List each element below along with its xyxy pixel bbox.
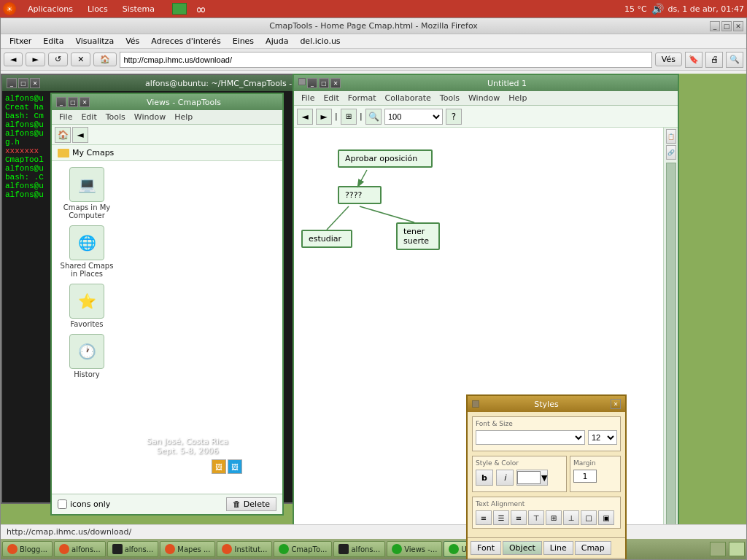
align-center-btn[interactable]: ☰ [493, 510, 509, 525]
cmap-side-btn1[interactable]: 📋 [666, 129, 676, 144]
views-toolbar: 🏠 ◄ [52, 125, 282, 145]
cmap-close-btn[interactable]: ✕ [330, 78, 341, 88]
cmap-view-btn[interactable]: ⊞ [341, 109, 357, 125]
mycomputer-icon: 💻 [69, 167, 104, 202]
sharedcmaps-icon: 🌐 [69, 225, 104, 260]
margin-value[interactable]: 1 [573, 470, 597, 483]
taskbar: Blogg... alfons... alfons... Mapes ... I… [1, 539, 746, 559]
views-close-btn[interactable]: ✕ [80, 97, 90, 107]
taskbar-btn-alfons1[interactable]: alfons... [54, 541, 106, 557]
ff-bookmark-btn[interactable]: 🔖 [685, 52, 703, 68]
taskbar-pager-2[interactable] [729, 542, 745, 556]
cmap-menu-help[interactable]: Help [504, 92, 531, 104]
taskbar-btn-institut[interactable]: Institut... [217, 541, 272, 557]
views-menu-edit[interactable]: Edit [77, 111, 101, 123]
align-extra2-btn[interactable]: ▣ [598, 510, 614, 525]
ff-menu-visualitza[interactable]: Visualitza [69, 35, 120, 47]
ff-back-btn[interactable]: ◄ [4, 52, 23, 66]
align-middle-btn[interactable]: ⊞ [546, 510, 562, 525]
firefox-maximize-btn[interactable]: □ [721, 21, 732, 31]
styles-close-btn[interactable]: ✕ [611, 399, 621, 409]
ff-menu-delicious[interactable]: del.icio.us [294, 35, 346, 47]
cmap-menu-collaborate[interactable]: Collaborate [381, 92, 436, 104]
ff-menu-ajuda[interactable]: Ajuda [260, 35, 294, 47]
cmap-help-btn[interactable]: ? [446, 109, 462, 125]
views-menu-file[interactable]: File [55, 111, 77, 123]
ff-menu-ves[interactable]: Vés [120, 35, 145, 47]
cmap-node-unknown[interactable]: ???? [338, 186, 382, 204]
ff-menu-eines[interactable]: Eines [227, 35, 260, 47]
views-menu-tools[interactable]: Tools [101, 111, 130, 123]
align-bottom-btn[interactable]: ⊥ [563, 510, 579, 525]
font-size-select[interactable]: 12 [588, 430, 617, 445]
cmap-menu-format[interactable]: Format [344, 92, 381, 104]
views-menu-window[interactable]: Window [130, 111, 170, 123]
cmap-node-aprobar[interactable]: Aprobar oposición [338, 149, 433, 168]
ff-home-btn[interactable]: 🏠 [93, 52, 117, 66]
views-minimize-btn[interactable]: _ [56, 97, 66, 107]
align-left-btn[interactable]: ≡ [476, 510, 492, 525]
cmap-zoom-select[interactable]: 100 75 50 150 [384, 109, 443, 125]
taskbar-btn-terminal1[interactable]: alfons... [107, 541, 159, 557]
cmap-menu-file[interactable]: File [297, 92, 319, 104]
views-maximize-btn[interactable]: □ [68, 97, 78, 107]
cmap-side-btn2[interactable]: 🔗 [666, 145, 676, 160]
firefox-minimize-btn[interactable]: _ [710, 21, 720, 31]
views-icon-sharedcmaps[interactable]: 🌐 Shared Cmaps in Places [58, 225, 116, 278]
cmap-minimize-btn[interactable]: _ [307, 78, 317, 88]
ff-menu-adreces[interactable]: Adreces d'interés [145, 35, 226, 47]
views-icon-favorites[interactable]: ⭐ Favorites [58, 284, 116, 328]
views-icon-history[interactable]: 🕐 History [58, 334, 116, 378]
font-family-select[interactable] [476, 430, 585, 445]
taskbar-btn-mapes[interactable]: Mapes ... [160, 541, 215, 557]
taskbar-pager-1[interactable] [710, 542, 726, 556]
konsole-maximize-btn[interactable]: □ [18, 78, 28, 88]
ff-search-btn[interactable]: 🔍 [726, 52, 743, 68]
bold-btn[interactable]: b [476, 470, 493, 486]
firefox-close-btn[interactable]: ✕ [733, 21, 743, 31]
ff-reload-btn[interactable]: ↺ [48, 52, 68, 66]
cmap-menu-tools[interactable]: Tools [436, 92, 464, 104]
styles-tab-line[interactable]: Line [543, 541, 573, 555]
cmap-node-estudiar[interactable]: estudiar [301, 230, 352, 248]
styles-tab-cmap[interactable]: Cmap [575, 541, 611, 555]
ff-stop-btn[interactable]: ✕ [71, 52, 90, 66]
ff-go-btn[interactable]: Vés [655, 52, 682, 66]
konsole-minimize-btn[interactable]: _ [7, 78, 17, 88]
views-toolbar-btn1[interactable]: 🏠 [55, 127, 71, 143]
cmap-menu-edit[interactable]: Edit [319, 92, 343, 104]
styles-tab-font[interactable]: Font [471, 541, 501, 555]
taskbar-btn-blogg[interactable]: Blogg... [2, 541, 53, 557]
sys-menu-llocs[interactable]: Llocs [85, 3, 111, 15]
views-toolbar-btn2[interactable]: ◄ [72, 127, 88, 143]
taskbar-btn-views[interactable]: Views -... [387, 541, 442, 557]
views-menu-help[interactable]: Help [170, 111, 197, 123]
align-top-btn[interactable]: ⊤ [528, 510, 544, 525]
styles-tab-object[interactable]: Object [503, 541, 542, 555]
sys-menu-aplicacions[interactable]: Aplicacions [25, 3, 76, 15]
cmap-back-btn[interactable]: ◄ [297, 109, 313, 125]
ff-forward-btn[interactable]: ► [26, 52, 44, 66]
ff-menu-fitxer[interactable]: Fitxer [4, 35, 37, 47]
align-extra1-btn[interactable]: □ [581, 510, 597, 525]
delete-button[interactable]: 🗑 Delete [226, 497, 276, 511]
icons-only-checkbox[interactable] [58, 499, 67, 509]
color-picker-btn[interactable]: ▼ [516, 470, 548, 486]
cmap-forward-btn[interactable]: ► [316, 109, 332, 125]
taskbar-btn-alfons2[interactable]: alfons... [333, 541, 385, 557]
cmap-node-tener[interactable]: tener suerte [396, 222, 440, 250]
views-icon-mycomputer[interactable]: 💻 Cmaps in My Computer [58, 167, 116, 219]
ff-print-btn[interactable]: 🖨 [705, 52, 723, 68]
cmap-zoom-in-btn[interactable]: 🔍 [365, 109, 382, 125]
taskbar-btn-cmapto[interactable]: CmapTo... [274, 541, 332, 557]
cmap-vscroll-thumb[interactable] [666, 163, 676, 559]
cmap-menu-window[interactable]: Window [464, 92, 504, 104]
ff-menu-edita[interactable]: Edita [37, 35, 69, 47]
italic-btn[interactable]: i [496, 470, 514, 486]
sys-menu-sistema[interactable]: Sistema [120, 3, 158, 15]
align-right-btn[interactable]: ≡ [511, 510, 527, 525]
logo-icons: 🖼 🖼 [212, 459, 242, 474]
cmap-maximize-btn[interactable]: □ [319, 78, 329, 88]
ff-url-bar[interactable] [120, 52, 651, 68]
konsole-close-btn[interactable]: ✕ [30, 78, 40, 88]
